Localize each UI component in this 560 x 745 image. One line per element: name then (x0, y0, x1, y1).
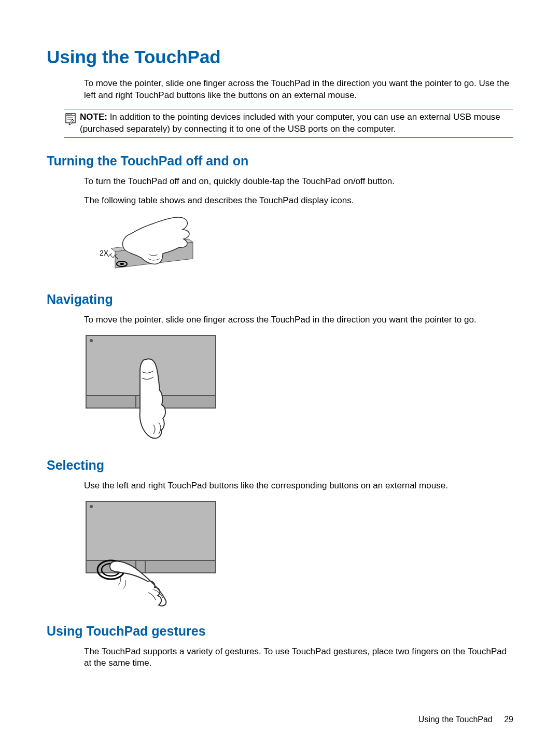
turning-block: To turn the TouchPad off and on, quickly… (84, 176, 513, 276)
svg-point-8 (120, 263, 124, 265)
svg-point-10 (90, 339, 93, 342)
page-footer: Using the TouchPad 29 (418, 715, 513, 724)
double-tap-label: 2X (100, 249, 109, 257)
gestures-block: The TouchPad supports a variety of gestu… (84, 646, 513, 670)
svg-point-3 (69, 114, 71, 115)
footer-page-number: 29 (504, 715, 513, 724)
note-icon (64, 112, 78, 125)
section-heading-gestures: Using TouchPad gestures (47, 624, 513, 639)
illustration-navigating (84, 333, 219, 442)
selecting-p1: Use the left and right TouchPad buttons … (84, 480, 513, 492)
page-title: Using the TouchPad (47, 47, 513, 67)
illustration-selecting (84, 499, 219, 608)
intro-block: To move the pointer, slide one finger ac… (84, 78, 513, 102)
illustration-double-tap: 2X (84, 214, 203, 276)
footer-section: Using the TouchPad (418, 715, 493, 724)
svg-rect-16 (86, 560, 216, 573)
gestures-p1: The TouchPad supports a variety of gestu… (84, 646, 513, 670)
note-label: NOTE: (80, 112, 107, 122)
svg-point-2 (68, 114, 69, 115)
note-row: NOTE: In addition to the pointing device… (64, 109, 513, 138)
turning-p1: To turn the TouchPad off and on, quickly… (84, 176, 513, 188)
navigating-p1: To move the pointer, slide one finger ac… (84, 314, 513, 326)
svg-point-4 (71, 114, 72, 115)
section-heading-turning: Turning the TouchPad off and on (47, 153, 513, 168)
note-text: NOTE: In addition to the pointing device… (80, 111, 512, 135)
svg-point-15 (90, 505, 93, 508)
intro-paragraph: To move the pointer, slide one finger ac… (84, 78, 513, 102)
navigating-block: To move the pointer, slide one finger ac… (84, 314, 513, 442)
note-block: NOTE: In addition to the pointing device… (64, 109, 513, 138)
svg-point-1 (67, 114, 68, 115)
note-body: In addition to the pointing devices incl… (80, 112, 500, 134)
selecting-block: Use the left and right TouchPad buttons … (84, 480, 513, 608)
turning-p2: The following table shows and describes … (84, 195, 513, 207)
page: Using the TouchPad To move the pointer, … (0, 0, 560, 745)
section-heading-navigating: Navigating (47, 292, 513, 307)
section-heading-selecting: Selecting (47, 458, 513, 473)
